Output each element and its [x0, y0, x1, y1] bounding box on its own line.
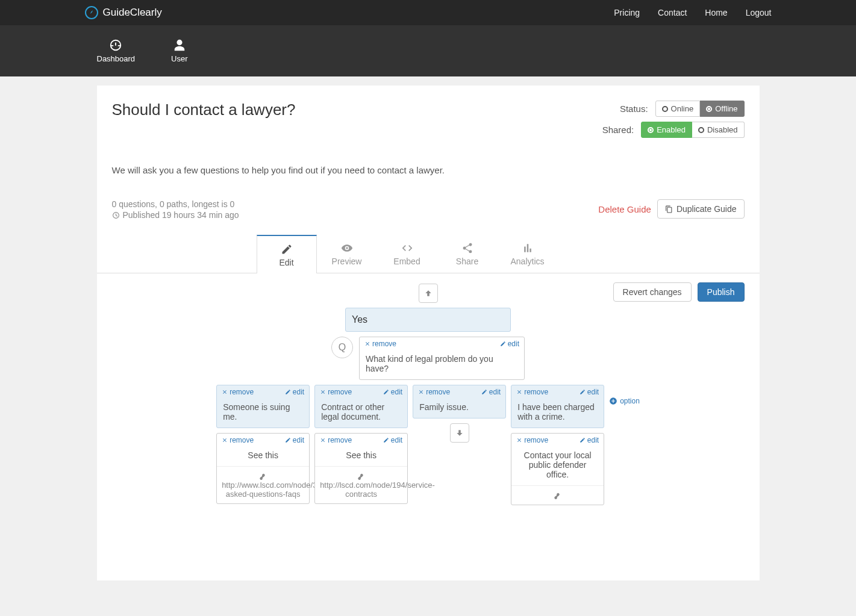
question-text: What kind of legal problem do you have?	[360, 350, 524, 379]
editor-tabs: Edit Preview Embed Share Analytics	[97, 235, 760, 273]
duplicate-guide-button[interactable]: Duplicate Guide	[657, 199, 745, 219]
nav-pricing[interactable]: Pricing	[614, 8, 640, 17]
guide-title: Should I contact a lawyer?	[112, 101, 296, 119]
tab-dashboard[interactable]: Dashboard	[97, 39, 136, 63]
edit-action[interactable]: edit	[500, 340, 519, 348]
edit-action[interactable]: edit	[383, 436, 402, 444]
radio-icon	[662, 106, 668, 112]
chart-icon	[522, 242, 534, 254]
status-online-button[interactable]: Online	[655, 101, 701, 117]
tab-edit[interactable]: Edit	[257, 235, 317, 273]
remove-action[interactable]: remove	[222, 388, 254, 396]
brand-text: GuideClearly	[103, 7, 162, 19]
edit-action[interactable]: edit	[481, 388, 501, 396]
add-option-button[interactable]: option	[609, 397, 640, 405]
remove-action[interactable]: remove	[418, 388, 450, 396]
result-4: remove edit Contact your local public de…	[511, 433, 604, 505]
result-link[interactable]	[511, 485, 604, 505]
radio-icon	[706, 106, 712, 112]
pencil-icon	[281, 243, 293, 255]
share-icon	[461, 242, 473, 254]
option-1[interactable]: remove edit Someone is suing me.	[216, 385, 310, 428]
radio-icon	[648, 127, 654, 133]
nav-contact[interactable]: Contact	[658, 8, 687, 17]
edit-action[interactable]: edit	[580, 436, 599, 444]
brand[interactable]: GuideClearly	[85, 6, 162, 19]
edit-action[interactable]: edit	[580, 388, 599, 396]
tab-embed[interactable]: Embed	[377, 235, 437, 273]
edit-action[interactable]: edit	[285, 388, 304, 396]
tab-preview[interactable]: Preview	[317, 235, 377, 273]
delete-guide-link[interactable]: Delete Guide	[598, 204, 651, 214]
tab-analytics[interactable]: Analytics	[498, 235, 558, 273]
radio-icon	[698, 127, 704, 133]
pencil-icon	[383, 437, 389, 443]
link-icon	[554, 493, 560, 499]
user-icon	[173, 39, 186, 52]
x-icon	[320, 437, 326, 443]
pencil-icon	[383, 389, 389, 395]
x-icon	[364, 341, 370, 347]
link-icon	[357, 473, 364, 480]
edit-action[interactable]: edit	[383, 388, 402, 396]
copy-icon	[665, 205, 673, 213]
tab-share[interactable]: Share	[437, 235, 498, 273]
result-2: remove edit See this http://lscd.com/nod…	[314, 433, 408, 504]
x-icon	[222, 437, 228, 443]
link-icon	[259, 473, 266, 480]
nav-home[interactable]: Home	[705, 8, 727, 17]
status-label: Status:	[620, 104, 648, 114]
pencil-icon	[481, 389, 487, 395]
arrow-down-icon	[455, 429, 464, 437]
plus-circle-icon	[609, 397, 617, 405]
nav-logout[interactable]: Logout	[746, 8, 772, 17]
answer-yes[interactable]: Yes	[345, 308, 511, 332]
edit-action[interactable]: edit	[285, 436, 304, 444]
topbar: GuideClearly Pricing Contact Home Logout	[0, 0, 856, 25]
main-panel: Should I contact a lawyer? Status: Onlin…	[97, 86, 760, 580]
x-icon	[516, 389, 522, 395]
pencil-icon	[580, 389, 586, 395]
tab-user[interactable]: User	[171, 39, 187, 63]
x-icon	[222, 389, 228, 395]
tab-dashboard-label: Dashboard	[97, 54, 136, 63]
result-1: remove edit See this http://www.lscd.com…	[216, 433, 310, 504]
pencil-icon	[580, 437, 586, 443]
question-badge: Q	[331, 337, 353, 358]
x-icon	[418, 389, 424, 395]
remove-action[interactable]: remove	[364, 340, 396, 348]
shared-enabled-button[interactable]: Enabled	[641, 122, 692, 138]
shared-label: Shared:	[602, 125, 634, 135]
result-link[interactable]: http://lscd.com/node/194/service-contrac…	[315, 466, 407, 503]
x-icon	[516, 437, 522, 443]
dashboard-icon	[109, 39, 122, 52]
guide-stats: 0 questions, 0 paths, longest is 0	[112, 199, 239, 209]
pencil-icon	[285, 437, 291, 443]
option-3[interactable]: remove edit Family issue.	[413, 385, 506, 418]
arrow-up-button[interactable]	[419, 284, 438, 303]
status-offline-button[interactable]: Offline	[700, 101, 744, 117]
shared-disabled-button[interactable]: Disabled	[692, 122, 745, 138]
arrow-down-button[interactable]	[450, 423, 469, 443]
guide-description: We will ask you a few questions to help …	[112, 165, 745, 175]
secondbar: Dashboard User	[0, 25, 856, 76]
clock-icon	[112, 211, 120, 219]
remove-action[interactable]: remove	[222, 436, 254, 444]
remove-action[interactable]: remove	[320, 388, 352, 396]
option-4[interactable]: remove edit I have been charged with a c…	[511, 385, 604, 428]
pencil-icon	[500, 341, 506, 347]
tab-user-label: User	[171, 54, 187, 63]
eye-icon	[341, 242, 353, 254]
code-icon	[401, 242, 413, 254]
question-node: remove edit What kind of legal problem d…	[359, 337, 525, 380]
guide-published: Published 19 hours 34 min ago	[123, 210, 239, 220]
result-link[interactable]: http://www.lscd.com/node/3/frequently-as…	[217, 466, 309, 503]
remove-action[interactable]: remove	[320, 436, 352, 444]
remove-action[interactable]: remove	[516, 436, 548, 444]
x-icon	[320, 389, 326, 395]
compass-icon	[85, 6, 98, 19]
arrow-up-icon	[424, 289, 433, 297]
remove-action[interactable]: remove	[516, 388, 548, 396]
option-2[interactable]: remove edit Contract or other legal docu…	[314, 385, 408, 428]
pencil-icon	[285, 389, 291, 395]
